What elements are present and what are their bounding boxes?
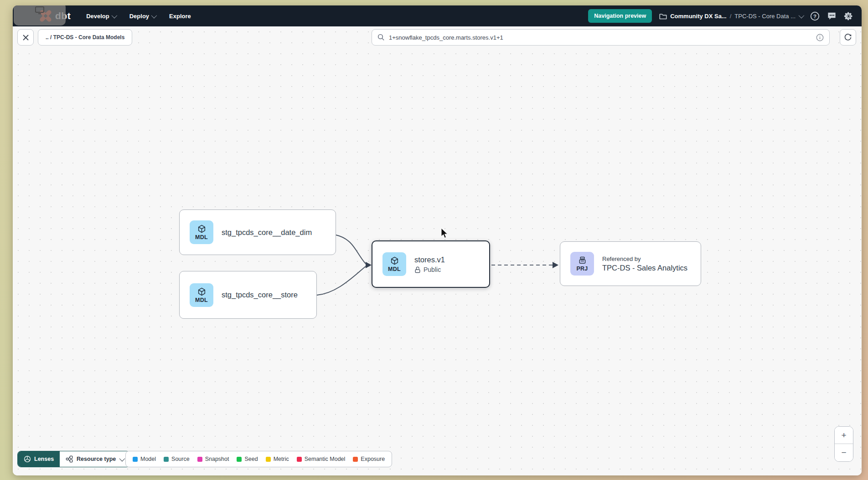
account-name: Community DX Sa... [670, 13, 727, 20]
legend-item-semantic-model: Semantic Model [297, 456, 346, 462]
legend-swatch [237, 457, 242, 462]
legend-swatch [266, 457, 271, 462]
refresh-button[interactable] [840, 29, 856, 46]
close-icon [22, 34, 29, 41]
close-button[interactable] [17, 29, 34, 46]
legend-item-exposure: Exposure [353, 456, 385, 462]
resource-type-dropdown[interactable]: Resource type [60, 451, 129, 467]
app-window: dbt Develop Deploy Explore Navigation pr… [13, 5, 862, 475]
info-icon[interactable] [816, 34, 824, 41]
lenses-label: Lenses [34, 456, 54, 462]
mouse-cursor [440, 228, 450, 240]
legend-item-snapshot: Snapshot [197, 456, 229, 462]
navigation-preview-badge[interactable]: Navigation preview [588, 9, 652, 23]
nav-item-explore[interactable]: Explore [169, 13, 191, 20]
node-label: stg_tpcds_core__store [222, 291, 298, 299]
zoom-in-button[interactable]: + [835, 427, 853, 444]
model-badge: MDL [190, 283, 213, 307]
chevron-down-icon [111, 12, 117, 18]
account-separator: / [730, 13, 732, 20]
node-stg-tpcds-core-date-dim[interactable]: MDL stg_tpcds_core__date_dim [179, 209, 336, 255]
node-stores-v1[interactable]: MDL stores.v1 Public [372, 240, 490, 288]
access-row: Public [414, 266, 445, 273]
nav-item-develop[interactable]: Develop [86, 13, 116, 20]
legend-label: Exposure [361, 456, 385, 462]
resource-type-legend: Model Source Snapshot Seed Metric Semant… [125, 451, 392, 467]
breadcrumb-label: .. / TPC-DS - Core Data Models [46, 34, 124, 41]
legend-label: Semantic Model [305, 456, 346, 462]
zoom-controls: + − [834, 426, 853, 462]
node-label: TPC-DS - Sales Analytics [602, 264, 687, 272]
svg-text:?: ? [813, 13, 816, 19]
project-name: TPC-DS - Core Data ... [734, 13, 796, 20]
folder-icon [659, 13, 667, 20]
refresh-icon [844, 33, 852, 41]
zoom-out-button[interactable]: − [835, 444, 853, 461]
legend-label: Snapshot [205, 456, 229, 462]
legend-item-metric: Metric [266, 456, 289, 462]
legend-swatch [197, 457, 202, 462]
badge-label: MDL [388, 266, 401, 272]
nav-item-deploy[interactable]: Deploy [129, 13, 155, 20]
lineage-canvas[interactable]: .. / TPC-DS - Core Data Models [13, 26, 862, 475]
nav-right-group: Navigation preview Community DX Sa... / … [588, 9, 853, 23]
legend-item-seed: Seed [237, 456, 258, 462]
monitor-icon [33, 5, 46, 16]
badge-label: MDL [195, 297, 208, 303]
referenced-by-caption: Referenced by [602, 255, 687, 262]
badge-label: PRJ [576, 266, 588, 272]
node-stg-tpcds-core-store[interactable]: MDL stg_tpcds_core__store [179, 271, 317, 319]
legend-label: Metric [274, 456, 289, 462]
nav-item-develop-label: Develop [86, 13, 109, 20]
resource-graph-icon [66, 455, 73, 463]
screen-capture-overlay-tab [14, 5, 66, 26]
cube-icon [197, 287, 207, 296]
feedback-icon[interactable] [827, 11, 837, 20]
node-label: stores.v1 [414, 255, 445, 264]
project-badge: PRJ [570, 252, 594, 276]
lens-icon [24, 455, 31, 463]
account-project-switcher[interactable]: Community DX Sa... / TPC-DS - Core Data … [659, 13, 803, 20]
resource-type-label: Resource type [77, 456, 116, 462]
settings-gear-icon[interactable] [844, 11, 853, 21]
cube-icon [390, 256, 399, 266]
nav-item-explore-label: Explore [169, 13, 191, 20]
project-stack-icon [578, 255, 587, 265]
lock-open-icon [414, 266, 421, 273]
lineage-search [372, 29, 830, 46]
breadcrumb[interactable]: .. / TPC-DS - Core Data Models [38, 29, 132, 46]
legend-swatch [297, 457, 302, 462]
legend-swatch [164, 457, 169, 462]
chevron-down-icon [151, 12, 157, 18]
legend-swatch [353, 457, 358, 462]
search-icon [377, 34, 385, 41]
legend-label: Seed [244, 456, 258, 462]
legend-item-model: Model [133, 456, 156, 462]
node-tpc-ds-sales-analytics[interactable]: PRJ Referenced by TPC-DS - Sales Analyti… [560, 241, 701, 286]
legend-item-source: Source [164, 456, 190, 462]
legend-label: Source [171, 456, 190, 462]
top-nav: dbt Develop Deploy Explore Navigation pr… [13, 5, 862, 26]
legend-swatch [133, 457, 138, 462]
badge-label: MDL [195, 234, 208, 240]
view-controls: Lenses Resource type [17, 451, 130, 467]
model-badge: MDL [382, 252, 406, 276]
model-badge: MDL [190, 220, 213, 244]
node-label: stg_tpcds_core__date_dim [222, 228, 312, 237]
chevron-down-icon [119, 455, 125, 461]
search-input[interactable] [389, 34, 812, 41]
help-icon[interactable]: ? [810, 11, 820, 21]
access-label: Public [424, 266, 441, 273]
node-text-block: stores.v1 Public [414, 255, 445, 273]
node-text-block: Referenced by TPC-DS - Sales Analytics [602, 255, 687, 272]
legend-label: Model [140, 456, 156, 462]
lenses-button[interactable]: Lenses [18, 451, 60, 467]
cube-icon [197, 224, 207, 234]
nav-item-deploy-label: Deploy [129, 13, 149, 20]
chevron-down-icon [799, 12, 805, 18]
